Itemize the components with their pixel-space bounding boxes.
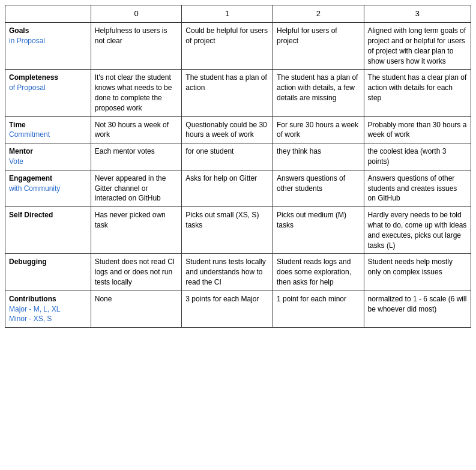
- cell-row1-col1: The student has a plan of action: [182, 70, 273, 116]
- category-main-label: Engagement: [9, 173, 87, 184]
- category-cell: Engagementwith Community: [5, 170, 91, 206]
- cell-row0-col3: Aligned with long term goals of project …: [364, 23, 471, 70]
- cell-row7-col1: 3 points for each Major: [182, 291, 273, 327]
- cell-row5-col2: Picks out medium (M) tasks: [273, 207, 364, 254]
- category-cell: Debugging: [5, 254, 91, 291]
- category-sub-label-2: Minor - XS, S: [9, 314, 87, 324]
- category-sub-label: of Proposal: [9, 83, 87, 93]
- cell-row7-col2: 1 point for each minor: [273, 291, 364, 327]
- table-row: DebuggingStudent does not read CI logs a…: [5, 254, 471, 291]
- rubric-table: 0 1 2 3 Goalsin ProposalHelpfulness to u…: [5, 5, 471, 328]
- cell-row2-col2: For sure 30 hours a week of work: [273, 116, 364, 143]
- category-main-label: Time: [9, 120, 87, 130]
- cell-row1-col3: The student has a clear plan of action w…: [364, 70, 471, 116]
- cell-row6-col3: Student needs help mostly only on comple…: [364, 254, 471, 291]
- cell-row1-col0: It's not clear the student knows what ne…: [91, 70, 182, 116]
- header-2: 2: [273, 5, 364, 23]
- category-cell: MentorVote: [5, 143, 91, 170]
- category-cell: Self Directed: [5, 207, 91, 254]
- cell-row4-col2: Answers questions of other students: [273, 170, 364, 206]
- cell-row3-col2: they think has: [273, 143, 364, 170]
- category-main-label: Contributions: [9, 294, 87, 304]
- table-row: Completenessof ProposalIt's not clear th…: [5, 70, 471, 116]
- category-main-label: Debugging: [9, 257, 87, 267]
- cell-row4-col3: Answers questions of other students and …: [364, 170, 471, 206]
- cell-row7-col3: normalized to 1 - 6 scale (6 will be who…: [364, 291, 471, 327]
- category-main-label: Completeness: [9, 73, 87, 83]
- cell-row2-col1: Questionably could be 30 hours a week of…: [182, 116, 273, 143]
- table-row: TimeCommitmentNot 30 hours a week of wor…: [5, 116, 471, 143]
- cell-row0-col2: Helpful for users of project: [273, 23, 364, 70]
- cell-row3-col0: Each mentor votes: [91, 143, 182, 170]
- category-sub-label-1: Major - M, L, XL: [9, 304, 87, 315]
- table-row: MentorVoteEach mentor votesfor one stude…: [5, 143, 471, 170]
- table-row: Goalsin ProposalHelpfulness to users is …: [5, 23, 471, 70]
- cell-row5-col0: Has never picked own task: [91, 207, 182, 254]
- category-main-label: Goals: [9, 26, 87, 36]
- cell-row6-col2: Student reads logs and does some explora…: [273, 254, 364, 291]
- table-header-row: 0 1 2 3: [5, 5, 471, 23]
- cell-row0-col1: Could be helpful for users of project: [182, 23, 273, 70]
- cell-row6-col0: Student does not read CI logs and or doe…: [91, 254, 182, 291]
- category-sub-label: Vote: [9, 157, 87, 167]
- category-sub-label: Commitment: [9, 130, 87, 140]
- cell-row1-col2: The student has a plan of action with de…: [273, 70, 364, 116]
- category-cell: Goalsin Proposal: [5, 23, 91, 70]
- category-cell: ContributionsMajor - M, L, XLMinor - XS,…: [5, 291, 91, 327]
- category-cell: Completenessof Proposal: [5, 70, 91, 116]
- header-3: 3: [364, 5, 471, 23]
- cell-row0-col0: Helpfulness to users is not clear: [91, 23, 182, 70]
- category-sub-label: in Proposal: [9, 36, 87, 46]
- cell-row2-col0: Not 30 hours a week of work: [91, 116, 182, 143]
- cell-row3-col1: for one student: [182, 143, 273, 170]
- cell-row5-col3: Hardly every needs to be told what to do…: [364, 207, 471, 254]
- cell-row7-col0: None: [91, 291, 182, 327]
- cell-row5-col1: Picks out small (XS, S) tasks: [182, 207, 273, 254]
- header-category: [5, 5, 91, 23]
- cell-row4-col1: Asks for help on Gitter: [182, 170, 273, 206]
- category-main-label: Self Directed: [9, 210, 87, 220]
- cell-row4-col0: Never appeared in the Gitter channel or …: [91, 170, 182, 206]
- header-0: 0: [91, 5, 182, 23]
- cell-row2-col3: Probably more than 30 hours a week of wo…: [364, 116, 471, 143]
- table-row: ContributionsMajor - M, L, XLMinor - XS,…: [5, 291, 471, 327]
- table-row: Self DirectedHas never picked own taskPi…: [5, 207, 471, 254]
- category-cell: TimeCommitment: [5, 116, 91, 143]
- cell-row6-col1: Student runs tests locally and understan…: [182, 254, 273, 291]
- category-main-label: Mentor: [9, 146, 87, 157]
- table-row: Engagementwith CommunityNever appeared i…: [5, 170, 471, 206]
- cell-row3-col3: the coolest idea (worth 3 points): [364, 143, 471, 170]
- category-sub-label: with Community: [9, 184, 87, 194]
- header-1: 1: [182, 5, 273, 23]
